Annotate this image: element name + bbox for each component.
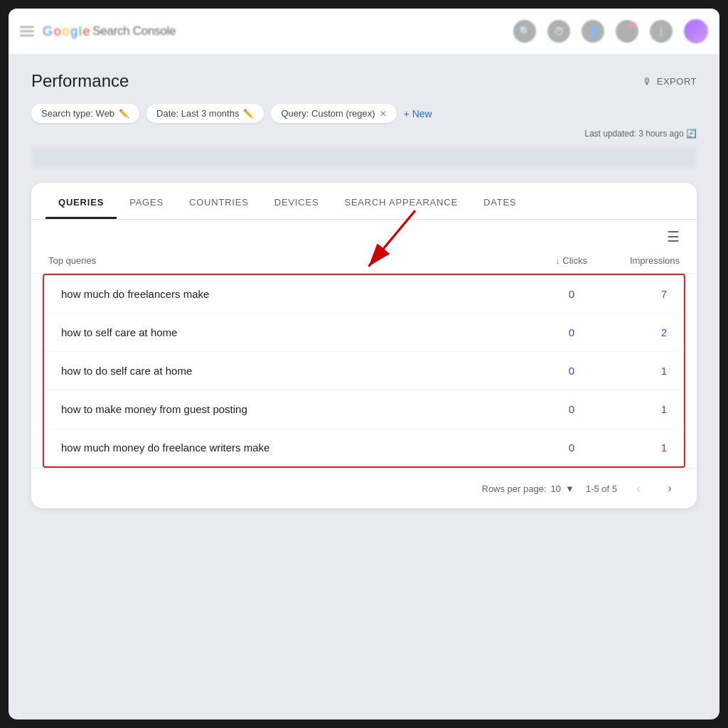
table-header-row: Top queries ↓ Clicks Impressions (31, 248, 697, 274)
export-icon: 🎙 (643, 76, 653, 87)
filter-chip-search-type[interactable]: Search type: Web ✏️ (31, 104, 139, 123)
rows-dropdown-icon[interactable]: ▼ (565, 483, 574, 494)
impressions-value: 1 (574, 403, 667, 415)
topbar-icons: 🔍 ⏱ 👤 ⋮ (513, 19, 708, 43)
clicks-value: 0 (482, 326, 574, 338)
table-row: how much do freelancers make 0 7 (44, 275, 684, 314)
avatar[interactable] (684, 19, 708, 43)
table-row: how to self care at home 0 2 (44, 314, 684, 352)
page-title: Performance (31, 71, 129, 91)
impressions-value: 1 (574, 441, 667, 454)
new-filter-button[interactable]: + New (404, 108, 432, 119)
notification-icon[interactable] (616, 20, 638, 43)
impressions-value: 2 (574, 326, 667, 338)
chip-search-type-label: Search type: Web (41, 108, 114, 119)
tab-dates[interactable]: DATES (471, 183, 529, 219)
new-filter-label: + New (404, 108, 432, 119)
google-logo: Google Search Console (43, 24, 176, 39)
filter-chip-date[interactable]: Date: Last 3 months ✏️ (146, 104, 264, 123)
clock-icon[interactable]: ⏱ (547, 20, 570, 43)
refresh-icon[interactable]: 🔄 (686, 129, 697, 139)
impressions-value: 7 (574, 288, 667, 300)
tab-pages[interactable]: PAGES (117, 183, 176, 219)
query-text[interactable]: how to do self care at home (61, 365, 482, 377)
last-updated-text: Last updated: 3 hours ago 🔄 (31, 129, 697, 139)
table-tabs: QUERIES PAGES COUNTRIES DEVICES SEARCH A… (31, 183, 697, 220)
chart-area (31, 147, 697, 168)
person-icon[interactable]: 👤 (582, 20, 604, 43)
header-clicks[interactable]: ↓ Clicks (495, 255, 587, 266)
menu-icon[interactable]: ⋮ (650, 20, 673, 43)
next-page-button[interactable]: › (660, 478, 680, 498)
column-filter-icon[interactable]: ☰ (667, 228, 680, 245)
query-text[interactable]: how much do freelancers make (61, 288, 482, 300)
main-content: Performance 🎙 EXPORT Search type: Web ✏️… (9, 54, 719, 525)
table-row: how to make money from guest posting 0 1 (44, 390, 684, 429)
table-row: how to do self care at home 0 1 (44, 352, 684, 390)
query-text[interactable]: how to make money from guest posting (61, 403, 482, 415)
table-card: QUERIES PAGES COUNTRIES DEVICES SEARCH A… (31, 183, 697, 508)
clicks-value: 0 (482, 288, 574, 300)
prev-page-button[interactable]: ‹ (628, 478, 648, 498)
filter-chip-query[interactable]: Query: Custom (regex) ✕ (271, 104, 396, 123)
export-button[interactable]: 🎙 EXPORT (643, 76, 697, 87)
hamburger-icon[interactable] (20, 26, 34, 36)
page-info: 1-5 of 5 (586, 483, 617, 494)
table-row: how much money do freelance writers make… (44, 429, 684, 466)
chip-edit-icon: ✏️ (119, 109, 129, 119)
selection-highlight: how much do freelancers make 0 7 how to … (43, 274, 685, 468)
rows-per-page-label: Rows per page: (482, 483, 547, 494)
topbar: Google Search Console 🔍 ⏱ 👤 ⋮ (9, 9, 719, 54)
pagination: Rows per page: 10 ▼ 1-5 of 5 ‹ › (31, 468, 697, 508)
tab-search-appearance[interactable]: SEARCH APPEARANCE (331, 183, 471, 219)
search-icon[interactable]: 🔍 (513, 20, 536, 43)
chip-date-label: Date: Last 3 months (156, 108, 239, 119)
clicks-value: 0 (482, 365, 574, 377)
clicks-value: 0 (482, 403, 574, 415)
rows-per-page: Rows per page: 10 ▼ (482, 483, 574, 494)
tab-devices[interactable]: DEVICES (262, 183, 332, 219)
tab-queries[interactable]: QUERIES (46, 183, 117, 219)
impressions-value: 1 (574, 365, 667, 377)
query-text[interactable]: how to self care at home (61, 326, 482, 338)
performance-header: Performance 🎙 EXPORT (31, 71, 697, 91)
chip-close-icon[interactable]: ✕ (380, 109, 387, 119)
column-filter-row: ☰ (31, 220, 697, 248)
chip-edit-icon-2: ✏️ (243, 109, 254, 119)
query-text[interactable]: how much money do freelance writers make (61, 441, 482, 454)
rows-per-page-value: 10 (551, 483, 561, 494)
header-query: Top queries (48, 255, 495, 266)
last-updated-label: Last updated: 3 hours ago (584, 129, 683, 139)
sort-arrow-icon: ↓ (556, 257, 560, 265)
export-label: EXPORT (657, 76, 697, 87)
app-title: Search Console (92, 24, 176, 38)
clicks-label: Clicks (562, 255, 587, 266)
clicks-value: 0 (482, 441, 574, 454)
chip-query-label: Query: Custom (regex) (281, 108, 375, 119)
header-impressions[interactable]: Impressions (587, 255, 680, 266)
tab-countries[interactable]: COUNTRIES (176, 183, 262, 219)
filter-chips: Search type: Web ✏️ Date: Last 3 months … (31, 104, 697, 123)
